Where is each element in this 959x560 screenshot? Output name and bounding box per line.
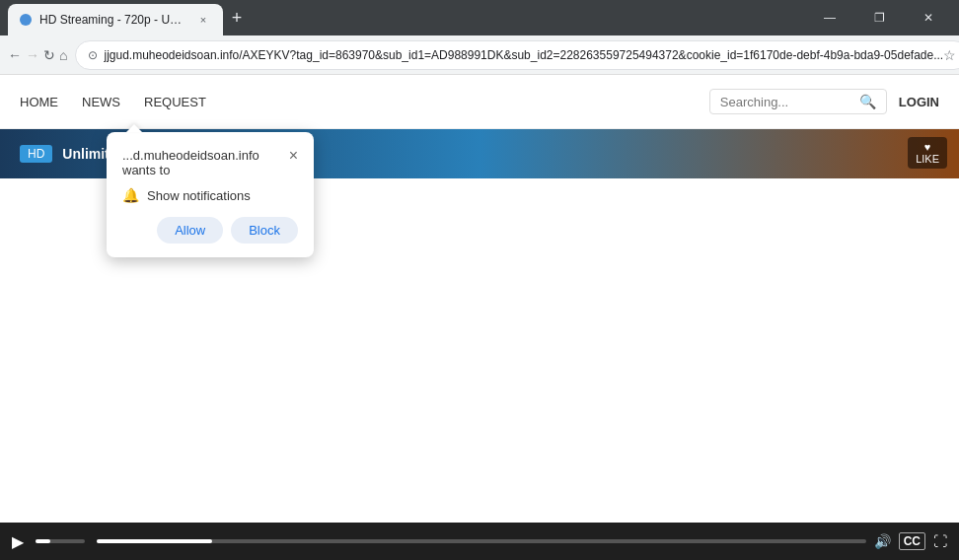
minimize-button[interactable]: — <box>807 2 852 34</box>
search-icon[interactable]: 🔍 <box>859 94 876 109</box>
bell-icon: 🔔 <box>122 187 139 203</box>
popup-title: ...d.muheodeidsoan.info wants to <box>122 148 281 177</box>
block-button[interactable]: Block <box>231 217 298 244</box>
title-bar: HD Streaming - 720p - Unlimi × + — ❐ ✕ <box>0 0 959 35</box>
fullscreen-button[interactable]: ⛶ <box>933 533 947 549</box>
like-label: LIKE <box>916 153 939 165</box>
play-button[interactable]: ▶ <box>12 532 24 551</box>
maximize-button[interactable]: ❐ <box>856 2 902 34</box>
allow-button[interactable]: Allow <box>157 217 223 244</box>
website-header: HOME NEWS REQUEST 🔍 LOGIN <box>0 75 959 129</box>
popup-header: ...d.muheodeidsoan.info wants to × <box>122 148 298 177</box>
nav-news[interactable]: NEWS <box>82 95 120 109</box>
tab-close-button[interactable]: × <box>195 12 211 28</box>
popup-arrow <box>126 124 142 132</box>
browser-window: HD Streaming - 720p - Unlimi × + — ❐ ✕ ←… <box>0 0 959 560</box>
bookmark-icon[interactable]: ☆ <box>943 47 956 63</box>
address-bar[interactable]: ⊙ jjgud.muheodeidsoan.info/AXEYKV?tag_id… <box>75 40 959 70</box>
banner-tag: HD <box>20 145 52 163</box>
volume-slider[interactable] <box>36 539 85 543</box>
captions-button[interactable]: CC <box>899 532 925 550</box>
security-icon: ⊙ <box>88 48 98 62</box>
tab-area: HD Streaming - 720p - Unlimi × + <box>8 0 803 35</box>
search-bar[interactable]: 🔍 <box>709 89 887 114</box>
active-tab[interactable]: HD Streaming - 720p - Unlimi × <box>8 4 223 35</box>
popup-buttons: Allow Block <box>122 217 298 244</box>
tab-favicon <box>20 14 32 26</box>
nav-bar: ← → ↻ ⌂ ⊙ jjgud.muheodeidsoan.info/AXEYK… <box>0 35 959 75</box>
permission-popup: ...d.muheodeidsoan.info wants to × 🔔 Sho… <box>107 132 314 257</box>
forward-button[interactable]: → <box>26 41 39 69</box>
login-button[interactable]: LOGIN <box>899 95 939 109</box>
progress-fill <box>97 539 212 543</box>
window-controls: — ❐ ✕ <box>807 2 951 34</box>
nav-home[interactable]: HOME <box>20 95 58 109</box>
new-tab-button[interactable]: + <box>223 4 251 32</box>
tab-title: HD Streaming - 720p - Unlimi <box>39 13 187 27</box>
close-button[interactable]: ✕ <box>906 2 951 34</box>
popup-close-button[interactable]: × <box>289 148 298 164</box>
address-text: jjgud.muheodeidsoan.info/AXEYKV?tag_id=8… <box>104 48 943 62</box>
main-nav: HOME NEWS REQUEST <box>20 95 709 109</box>
popup-notification-row: 🔔 Show notifications <box>122 187 298 203</box>
nav-request[interactable]: REQUEST <box>144 95 206 109</box>
home-button[interactable]: ⌂ <box>59 41 67 69</box>
like-button[interactable]: ♥ LIKE <box>908 137 947 169</box>
notification-label: Show notifications <box>147 188 251 203</box>
volume-icon[interactable]: 🔊 <box>874 533 891 549</box>
search-input[interactable] <box>720 95 853 109</box>
video-player-controls: ▶ 🔊 CC ⛶ <box>0 523 959 560</box>
reload-button[interactable]: ↻ <box>43 41 55 69</box>
back-button[interactable]: ← <box>8 41 22 69</box>
heart-icon: ♥ <box>924 141 931 153</box>
progress-bar[interactable] <box>97 539 866 543</box>
content-area: HOME NEWS REQUEST 🔍 LOGIN HD Unlimited D… <box>0 75 959 560</box>
